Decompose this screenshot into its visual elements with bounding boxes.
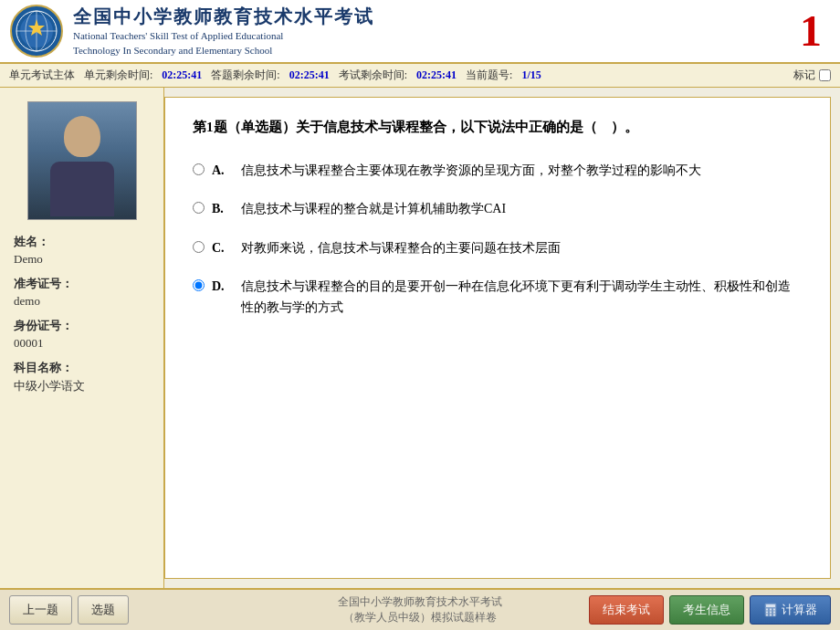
unit-time-value: 02:25:41 [162, 68, 202, 82]
end-exam-button[interactable]: 结束考试 [589, 595, 664, 625]
mark-label: 标记 [793, 68, 815, 83]
option-d-text: 信息技术与课程整合的目的是要开创一种在信息化环境下更有利于调动学生主动性、积极性… [241, 277, 803, 318]
footer-nav-buttons: 上一题 选题 [9, 595, 129, 625]
option-d-letter: D. [212, 277, 230, 297]
option-c-letter: C. [212, 238, 230, 258]
subject-value: 中级小学语文 [14, 378, 150, 394]
header-title-en: National Teachers' Skill Test of Applied… [73, 29, 831, 58]
option-b-text: 信息技术与课程的整合就是计算机辅助教学CAI [241, 199, 803, 219]
current-q-value: 1/15 [521, 68, 541, 82]
current-q-label: 当前题号: [466, 68, 512, 83]
info-bar: 单元考试主体 单元剩余时间: 02:25:41 答题剩余时间: 02:25:41… [0, 64, 840, 88]
svg-rect-13 [770, 612, 772, 614]
option-a-text: 信息技术与课程整合主要体现在教学资源的呈现方面，对整个教学过程的影响不大 [241, 161, 803, 181]
svg-rect-15 [766, 614, 768, 616]
footer-action-buttons: 结束考试 考生信息 计算器 [589, 595, 831, 625]
svg-rect-14 [773, 612, 775, 614]
option-c-radio[interactable] [193, 241, 205, 253]
option-a-letter: A. [212, 161, 230, 181]
main-layout: 姓名： Demo 准考证号： demo 身份证号： 00001 科目名称： 中级… [0, 88, 840, 588]
name-label: 姓名： [14, 235, 49, 248]
idcard-label: 身份证号： [14, 319, 73, 332]
unit-time-label: 单元剩余时间: [84, 68, 152, 83]
exam-time-value: 02:25:41 [416, 68, 457, 82]
student-id-item: 准考证号： demo [14, 276, 150, 309]
footer-center-text: 全国中小学教师教育技术水平考试 （教学人员中级）模拟试题样卷 [338, 594, 502, 625]
answer-time-label: 答题剩余时间: [211, 68, 279, 83]
student-info-button[interactable]: 考生信息 [669, 595, 744, 625]
header: 全国中小学教师教育技术水平考试 National Teachers' Skill… [0, 0, 840, 64]
prev-button[interactable]: 上一题 [9, 595, 72, 625]
option-a: A. 信息技术与课程整合主要体现在教学资源的呈现方面，对整个教学过程的影响不大 [193, 161, 803, 181]
option-d: D. 信息技术与课程整合的目的是要开创一种在信息化环境下更有利于调动学生主动性、… [193, 277, 803, 318]
header-title-cn: 全国中小学教师教育技术水平考试 [73, 5, 831, 29]
calculator-button[interactable]: 计算器 [750, 595, 831, 625]
svg-rect-16 [770, 614, 772, 616]
calculator-icon [763, 603, 778, 617]
question-area: 第1题（单选题）关于信息技术与课程整合，以下说法中正确的是（ ）。 A. 信息技… [164, 97, 831, 579]
mark-section: 标记 [793, 68, 831, 83]
option-b-radio[interactable] [193, 202, 205, 214]
exam-time-label: 考试剩余时间: [339, 68, 407, 83]
idcard-value: 00001 [14, 336, 150, 351]
student-idcard-item: 身份证号： 00001 [14, 318, 150, 351]
svg-rect-11 [773, 609, 775, 611]
answer-time-value: 02:25:41 [289, 68, 330, 82]
subject-label: 科目名称： [14, 361, 73, 374]
question-number-large: 1 [800, 9, 822, 53]
footer-line2: （教学人员中级）模拟试题样卷 [338, 610, 502, 625]
options-list: A. 信息技术与课程整合主要体现在教学资源的呈现方面，对整个教学过程的影响不大 … [193, 161, 803, 318]
student-name-item: 姓名： Demo [14, 234, 150, 267]
footer: 上一题 选题 全国中小学教师教育技术水平考试 （教学人员中级）模拟试题样卷 结束… [0, 588, 840, 630]
footer-line1: 全国中小学教师教育技术水平考试 [338, 594, 502, 610]
option-c: C. 对教师来说，信息技术与课程整合的主要问题在技术层面 [193, 238, 803, 258]
option-d-radio[interactable] [193, 279, 205, 291]
option-b: B. 信息技术与课程的整合就是计算机辅助教学CAI [193, 199, 803, 219]
name-value: Demo [14, 252, 150, 267]
option-c-text: 对教师来说，信息技术与课程整合的主要问题在技术层面 [241, 238, 803, 258]
sidebar: 姓名： Demo 准考证号： demo 身份证号： 00001 科目名称： 中级… [0, 88, 164, 588]
svg-rect-9 [766, 609, 768, 611]
option-a-radio[interactable] [193, 163, 205, 175]
svg-rect-17 [773, 614, 775, 616]
student-subject-item: 科目名称： 中级小学语文 [14, 360, 150, 394]
logo-icon [9, 5, 64, 58]
header-text: 全国中小学教师教育技术水平考试 National Teachers' Skill… [73, 5, 831, 58]
unit-label: 单元考试主体 [9, 68, 75, 83]
option-b-letter: B. [212, 199, 230, 219]
id-label: 准考证号： [14, 277, 73, 290]
svg-rect-8 [766, 604, 775, 607]
student-photo [27, 101, 137, 220]
svg-rect-10 [770, 609, 772, 611]
question-title: 第1题（单选题）关于信息技术与课程整合，以下说法中正确的是（ ）。 [193, 116, 803, 138]
id-value: demo [14, 294, 150, 309]
next-button[interactable]: 选题 [78, 595, 129, 625]
mark-checkbox[interactable] [819, 69, 831, 81]
svg-rect-12 [766, 612, 768, 614]
